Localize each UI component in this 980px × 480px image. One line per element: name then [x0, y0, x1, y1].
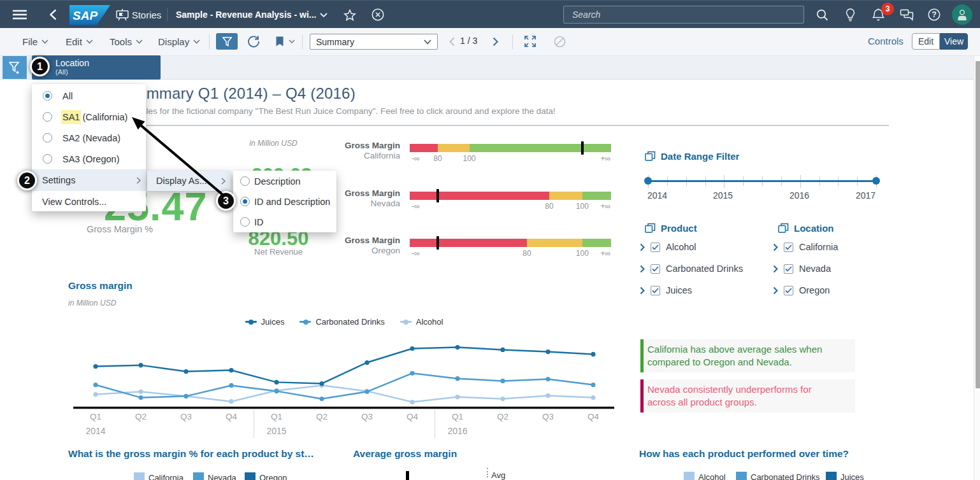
page-select[interactable]: Summary — [310, 34, 438, 50]
product-item-juices[interactable]: Juices — [640, 285, 692, 295]
location-item-nevada[interactable]: Nevada — [773, 264, 831, 274]
expand-chevron-icon[interactable] — [773, 286, 778, 295]
legend-item-nevada[interactable]: Nevada — [193, 472, 236, 480]
expand-chevron-icon[interactable] — [773, 243, 778, 251]
location-filter-token[interactable]: Location (All) — [32, 55, 161, 80]
menu-item-display-as[interactable]: Display As... — [147, 171, 231, 191]
submenu-chevron-icon — [136, 177, 141, 184]
radio-unselected[interactable] — [43, 133, 52, 143]
menu-file[interactable]: File — [22, 28, 48, 55]
favorite-star-icon[interactable] — [342, 1, 358, 29]
bookmark-icon[interactable] — [273, 33, 287, 50]
radio-unselected[interactable] — [43, 154, 52, 164]
stories-icon — [115, 1, 130, 29]
legend-item-carbonated-drinks[interactable]: Carbonated Drinks — [736, 472, 819, 480]
legend-item-california[interactable]: California — [134, 472, 184, 480]
avatar[interactable] — [952, 4, 972, 25]
insight-accent-bar — [640, 339, 644, 372]
menu-option-sa3-oregon[interactable]: SA3 (Oregon) — [32, 148, 146, 169]
filter-button-active[interactable] — [216, 33, 238, 50]
discussions-icon[interactable] — [897, 1, 916, 29]
kpi-net-revenue-label: Net Revenue — [248, 247, 309, 257]
checkbox-checked[interactable] — [784, 264, 793, 274]
checkbox-checked[interactable] — [784, 286, 793, 295]
legend-item-carbonated-drinks[interactable]: Carbonated Drinks — [299, 317, 384, 327]
gross-margin-line-chart[interactable]: 201420152016Q1Q2Q3Q4Q1Q2Q3Q4Q1Q2Q3Q4 — [64, 328, 624, 441]
refresh-icon[interactable] — [245, 33, 262, 50]
legend-item-juices[interactable]: Juices — [826, 472, 864, 480]
controls-label[interactable]: Controls — [868, 36, 904, 46]
svg-text:Q1: Q1 — [271, 412, 282, 421]
legend-item-alcohol[interactable]: Alcohol — [400, 317, 443, 327]
help-icon[interactable]: ? — [925, 1, 943, 29]
menu-option-sa2-nevada[interactable]: SA2 (Nevada) — [32, 127, 146, 148]
bullet-chart-oregon[interactable] — [410, 239, 611, 247]
checkbox-checked[interactable] — [651, 243, 660, 252]
legend-item-juices[interactable]: Juices — [245, 317, 285, 327]
menu-option-sa1-california[interactable]: SA1 (California) — [32, 106, 146, 127]
legend-swatch — [826, 472, 837, 480]
radio-selected[interactable] — [43, 91, 52, 101]
date-slider-start-handle[interactable] — [644, 177, 652, 185]
svg-text:2016: 2016 — [447, 426, 467, 436]
checkbox-checked[interactable] — [651, 286, 660, 295]
bullet-chart-nevada[interactable] — [410, 192, 611, 200]
menu-item-settings[interactable]: Settings — [32, 169, 146, 191]
svg-text:Q3: Q3 — [180, 412, 192, 421]
next-page-icon[interactable] — [489, 34, 501, 48]
menu-option-id[interactable]: ID — [233, 211, 336, 232]
checkbox-checked[interactable] — [784, 243, 793, 252]
svg-text:SAP: SAP — [73, 9, 97, 22]
radio-selected[interactable] — [240, 197, 250, 206]
fullscreen-icon[interactable] — [522, 34, 538, 48]
menu-display[interactable]: Display — [158, 28, 200, 55]
vertical-scrollbar[interactable] — [974, 56, 980, 480]
highlighted-text: SA1 — [61, 110, 81, 124]
add-filter-button[interactable] — [3, 56, 27, 79]
legend-swatch — [134, 472, 145, 480]
date-slider-track[interactable] — [648, 180, 876, 182]
story-title: Sample - Revenue Analysis - wi... — [176, 1, 316, 29]
expand-chevron-icon[interactable] — [640, 286, 645, 295]
menu-option-all[interactable]: All — [32, 85, 146, 106]
stories-tab[interactable]: Stories — [130, 1, 163, 29]
menu-option-description[interactable]: Description — [233, 171, 336, 192]
date-slider-end-handle[interactable] — [872, 177, 880, 185]
bottom-right-chart-title: How has each product performed over time… — [639, 448, 849, 460]
scrollbar-thumb[interactable] — [976, 61, 980, 388]
radio-unselected[interactable] — [240, 217, 250, 227]
kpi-unit-label: in Million USD — [245, 139, 302, 148]
settings-submenu: Display As... — [147, 171, 231, 191]
expand-chevron-icon[interactable] — [640, 265, 645, 273]
product-item-carbonated-drinks[interactable]: Carbonated Drinks — [640, 264, 743, 274]
close-story-icon[interactable] — [370, 1, 386, 29]
menu-item-view-controls[interactable]: View Controls... — [32, 191, 146, 212]
back-icon[interactable] — [45, 1, 61, 29]
legend-swatch — [736, 472, 747, 480]
search-icon[interactable] — [813, 1, 831, 29]
display-as-submenu: Description ID and Description ID — [233, 171, 336, 232]
menu-tools[interactable]: Tools — [110, 28, 143, 55]
bullet-chart-california[interactable] — [410, 144, 611, 152]
shell-bar: SAP Stories Sample - Revenue Analysis - … — [0, 0, 980, 28]
legend-item-oregon[interactable]: Oregon — [245, 472, 287, 480]
menu-edit[interactable]: Edit — [66, 28, 93, 55]
view-button[interactable]: View — [940, 33, 968, 50]
expand-chevron-icon[interactable] — [640, 243, 645, 251]
lightbulb-icon[interactable] — [841, 1, 859, 29]
product-item-alcohol[interactable]: Alcohol — [640, 242, 696, 252]
expand-chevron-icon[interactable] — [773, 265, 778, 273]
location-item-oregon[interactable]: Oregon — [773, 285, 830, 295]
search-input[interactable] — [564, 10, 803, 20]
location-item-california[interactable]: California — [773, 242, 838, 252]
radio-unselected[interactable] — [43, 112, 52, 122]
radio-unselected[interactable] — [240, 176, 250, 186]
menu-option-id-and-description[interactable]: ID and Description — [233, 191, 336, 212]
checkbox-checked[interactable] — [651, 264, 660, 274]
legend-item-alcohol[interactable]: Alcohol — [684, 472, 726, 480]
edit-button[interactable]: Edit — [912, 33, 940, 50]
bookmark-chevron-icon[interactable] — [287, 37, 297, 46]
title-chevron-down-icon[interactable] — [317, 1, 330, 29]
story-filter-bar: Location (All) — [0, 56, 980, 80]
hamburger-menu-icon[interactable] — [6, 1, 34, 29]
